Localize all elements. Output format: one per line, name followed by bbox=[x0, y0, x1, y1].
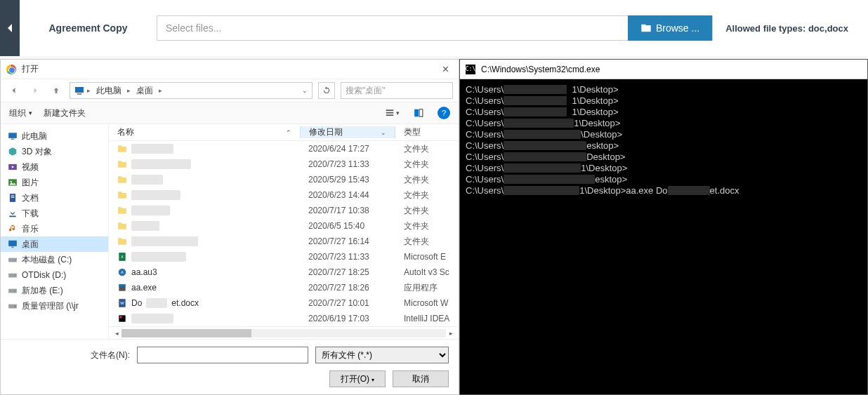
cmd-line: C:\Users\esktop> bbox=[466, 173, 862, 185]
upload-bar: Agreement Copy Browse ... Allowed file t… bbox=[0, 0, 868, 56]
file-row[interactable]: 2020/5/29 15:43文件夹 bbox=[109, 172, 459, 187]
breadcrumb-folder[interactable]: 桌面 bbox=[133, 85, 156, 97]
file-row[interactable]: Aaa.au32020/7/27 18:25AutoIt v3 Sc bbox=[109, 265, 459, 280]
cmd-output[interactable]: C:\Users\ 1\Desktop>C:\Users\ 1\Desktop>… bbox=[460, 79, 867, 394]
cmd-line: C:\Users\ 1\Desktop> bbox=[466, 95, 862, 106]
file-row[interactable]: X2020/7/23 11:33Microsoft E bbox=[109, 249, 459, 265]
svg-rect-7 bbox=[8, 133, 17, 138]
tree-item-pc[interactable]: 此电脑 bbox=[1, 128, 108, 144]
refresh-button[interactable] bbox=[318, 82, 335, 99]
upload-file-input[interactable] bbox=[157, 16, 629, 40]
file-row[interactable]: 2020/7/23 11:33文件夹 bbox=[109, 156, 459, 172]
svg-rect-6 bbox=[419, 109, 423, 117]
svg-rect-2 bbox=[386, 109, 393, 111]
help-button[interactable]: ? bbox=[438, 107, 450, 119]
cmd-title-text: C:\Windows\System32\cmd.exe bbox=[481, 65, 600, 74]
view-details-button[interactable]: ▾ bbox=[384, 105, 400, 121]
tree-item-doc[interactable]: 文档 bbox=[1, 190, 108, 206]
scroll-thumb[interactable] bbox=[121, 329, 251, 337]
file-row[interactable]: 2020/6/23 14:44文件夹 bbox=[109, 187, 459, 203]
cmd-line: C:\Users\esktop> bbox=[466, 140, 862, 151]
file-list-rows: 2020/6/24 17:27文件夹2020/7/23 11:33文件夹2020… bbox=[109, 141, 459, 326]
svg-text:X: X bbox=[121, 255, 124, 259]
svg-rect-3 bbox=[386, 112, 393, 114]
upload-field: Browse ... bbox=[157, 15, 713, 41]
header-type[interactable]: 类型 bbox=[395, 126, 459, 138]
svg-rect-17 bbox=[8, 241, 17, 246]
nav-back-button[interactable] bbox=[6, 83, 22, 98]
chevron-right-icon: ▸ bbox=[127, 87, 131, 94]
upload-field-label: Agreement Copy bbox=[20, 22, 157, 34]
allowed-file-types-label: Allowed file types: doc,docx bbox=[725, 23, 868, 34]
file-row[interactable]: 2020/6/24 17:27文件夹 bbox=[109, 141, 459, 156]
svg-rect-36 bbox=[120, 316, 122, 319]
svg-rect-15 bbox=[11, 197, 15, 198]
file-list-headers: 名称⌃ 修改日期⌄ 类型 bbox=[109, 124, 459, 141]
organize-button[interactable]: 组织 ▾ bbox=[9, 107, 32, 119]
tree-item-netdrive[interactable]: 质量管理部 (\\jr bbox=[1, 298, 108, 314]
svg-rect-4 bbox=[386, 114, 393, 116]
dialog-footer: 文件名(N): 所有文件 (*.*) 打开(O) ▾ 取消 bbox=[1, 339, 459, 394]
tree-item-download[interactable]: 下载 bbox=[1, 206, 108, 221]
svg-rect-1 bbox=[77, 93, 81, 95]
svg-point-20 bbox=[15, 260, 16, 261]
preview-pane-button[interactable] bbox=[411, 105, 426, 121]
tree-item-3d[interactable]: 3D 对象 bbox=[1, 144, 108, 159]
svg-rect-14 bbox=[11, 196, 15, 196]
file-row[interactable]: 2020/6/19 17:03IntelliJ IDEA bbox=[109, 311, 459, 326]
search-input[interactable] bbox=[341, 82, 453, 99]
cmd-titlebar: C:\ C:\Windows\System32\cmd.exe bbox=[460, 60, 867, 79]
horizontal-scrollbar[interactable]: ◂ ▸ bbox=[109, 326, 459, 339]
file-filter-select[interactable]: 所有文件 (*.*) bbox=[315, 347, 449, 363]
scroll-left-icon[interactable]: ◂ bbox=[112, 328, 121, 338]
svg-rect-32 bbox=[119, 284, 125, 286]
file-row[interactable]: 2020/7/17 10:38文件夹 bbox=[109, 203, 459, 218]
file-row[interactable]: 2020/6/5 15:40文件夹 bbox=[109, 218, 459, 234]
browse-button-label: Browse ... bbox=[656, 22, 699, 34]
svg-rect-16 bbox=[9, 216, 15, 217]
tree-item-image[interactable]: 图片 bbox=[1, 175, 108, 190]
tree-item-drive[interactable]: 新加卷 (E:) bbox=[1, 283, 108, 298]
nav-up-button[interactable] bbox=[48, 83, 64, 98]
cmd-window: C:\ C:\Windows\System32\cmd.exe C:\Users… bbox=[459, 59, 868, 395]
header-name[interactable]: 名称⌃ bbox=[109, 126, 300, 138]
tree-item-desktop[interactable]: 桌面 bbox=[1, 236, 108, 252]
nav-forward-button[interactable] bbox=[27, 83, 43, 98]
svg-text:A: A bbox=[121, 270, 124, 274]
header-date[interactable]: 修改日期⌄ bbox=[300, 126, 395, 138]
cancel-button[interactable]: 取消 bbox=[393, 370, 449, 387]
tree-item-music[interactable]: 音乐 bbox=[1, 221, 108, 236]
tree-item-video[interactable]: 视频 bbox=[1, 159, 108, 175]
file-row[interactable]: 2020/7/27 16:14文件夹 bbox=[109, 234, 459, 249]
svg-text:W: W bbox=[120, 301, 124, 305]
cmd-line: C:\Users\1\Desktop>aa.exe Doet.docx bbox=[466, 185, 862, 196]
chevron-left-icon bbox=[8, 24, 12, 32]
file-row[interactable]: aa.exe2020/7/27 18:26应用程序 bbox=[109, 280, 459, 295]
cmd-line: C:\Users\Desktop> bbox=[466, 151, 862, 162]
new-folder-button[interactable]: 新建文件夹 bbox=[44, 107, 86, 119]
tree-item-drive[interactable]: OTDisk (D:) bbox=[1, 267, 108, 283]
svg-rect-0 bbox=[75, 87, 84, 93]
cmd-line: C:\Users\\Desktop> bbox=[466, 128, 862, 140]
close-button[interactable]: × bbox=[438, 63, 453, 76]
cmd-line: C:\Users\1\Desktop> bbox=[466, 162, 862, 173]
chevron-right-icon: ▸ bbox=[87, 87, 91, 94]
pc-icon bbox=[74, 86, 84, 95]
svg-point-24 bbox=[15, 290, 16, 292]
cmd-icon: C:\ bbox=[466, 65, 475, 74]
file-row[interactable]: WDoet.docx2020/7/27 10:01Microsoft W bbox=[109, 295, 459, 311]
breadcrumb[interactable]: ▸ 此电脑 ▸ 桌面 ▸ ⌄ bbox=[70, 82, 313, 99]
dialog-nav: ▸ 此电脑 ▸ 桌面 ▸ ⌄ bbox=[1, 79, 459, 102]
tree-item-drive[interactable]: 本地磁盘 (C:) bbox=[1, 252, 108, 267]
folder-open-icon bbox=[640, 22, 652, 34]
collapse-sidebar-button[interactable] bbox=[0, 0, 20, 56]
cmd-line: C:\Users\1\Desktop> bbox=[466, 117, 862, 128]
browse-button[interactable]: Browse ... bbox=[628, 15, 712, 41]
filename-input[interactable] bbox=[137, 347, 308, 363]
dialog-titlebar: 打开 × bbox=[1, 60, 459, 79]
breadcrumb-root[interactable]: 此电脑 bbox=[93, 85, 124, 97]
chevron-down-icon[interactable]: ⌄ bbox=[302, 87, 308, 94]
sort-indicator-icon: ⌃ bbox=[286, 129, 291, 136]
scroll-right-icon[interactable]: ▸ bbox=[446, 328, 456, 338]
open-button[interactable]: 打开(O) ▾ bbox=[329, 370, 386, 387]
